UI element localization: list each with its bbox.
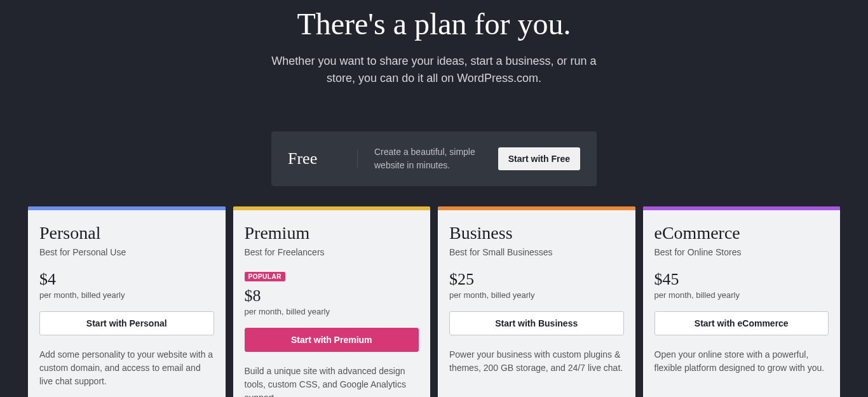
plan-price: $4 xyxy=(39,270,214,289)
plan-tagline: Best for Small Businesses xyxy=(449,247,624,257)
start-ecommerce-button[interactable]: Start with eCommerce xyxy=(654,311,829,335)
start-premium-button[interactable]: Start with Premium xyxy=(245,328,419,352)
plan-description: Build a unique site with advanced design… xyxy=(245,365,419,397)
plan-price: $8 xyxy=(245,286,419,306)
page-subtitle: Whether you want to share your ideas, st… xyxy=(269,53,599,87)
free-plan-name: Free xyxy=(288,149,358,168)
plan-name: eCommerce xyxy=(654,223,829,243)
plan-card-personal: PersonalBest for Personal Use$4per month… xyxy=(28,206,226,397)
start-business-button[interactable]: Start with Business xyxy=(449,311,624,335)
page-title: There's a plan for you. xyxy=(0,6,868,41)
plan-price: $45 xyxy=(654,270,829,289)
plan-description: Open your online store with a powerful, … xyxy=(654,348,829,375)
plan-billing: per month, billed yearly xyxy=(654,290,829,300)
plan-card-business: BusinessBest for Small Businesses$25per … xyxy=(438,206,635,397)
plan-description: Add some personality to your website wit… xyxy=(39,348,214,388)
plans-grid: PersonalBest for Personal Use$4per month… xyxy=(0,206,868,397)
start-personal-button[interactable]: Start with Personal xyxy=(39,311,214,335)
start-free-button[interactable]: Start with Free xyxy=(498,147,580,170)
plan-tagline: Best for Personal Use xyxy=(39,247,214,257)
plan-card-ecommerce: eCommerceBest for Online Stores$45per mo… xyxy=(643,206,841,397)
plan-content: PremiumBest for FreelancersPOPULAR$8per … xyxy=(233,210,431,397)
plan-billing: per month, billed yearly xyxy=(245,307,419,316)
plan-name: Business xyxy=(449,223,624,243)
plan-tagline: Best for Online Stores xyxy=(654,247,829,257)
popular-badge: POPULAR xyxy=(245,272,285,281)
plan-description: Power your business with custom plugins … xyxy=(449,348,624,375)
plan-tagline: Best for Freelancers xyxy=(245,247,419,257)
plan-name: Personal xyxy=(39,223,214,243)
free-plan-card: Free Create a beautiful, simple website … xyxy=(271,131,597,186)
plan-billing: per month, billed yearly xyxy=(449,290,624,300)
hero-section: There's a plan for you. Whether you want… xyxy=(0,0,868,87)
plan-content: eCommerceBest for Online Stores$45per mo… xyxy=(643,210,841,387)
plan-name: Premium xyxy=(245,223,419,243)
plan-card-premium: PremiumBest for FreelancersPOPULAR$8per … xyxy=(233,206,431,397)
plan-content: BusinessBest for Small Businesses$25per … xyxy=(438,210,635,387)
plan-billing: per month, billed yearly xyxy=(39,290,214,300)
free-plan-desc: Create a beautiful, simple website in mi… xyxy=(358,145,498,172)
plan-content: PersonalBest for Personal Use$4per month… xyxy=(28,210,226,397)
plan-price: $25 xyxy=(449,270,624,289)
